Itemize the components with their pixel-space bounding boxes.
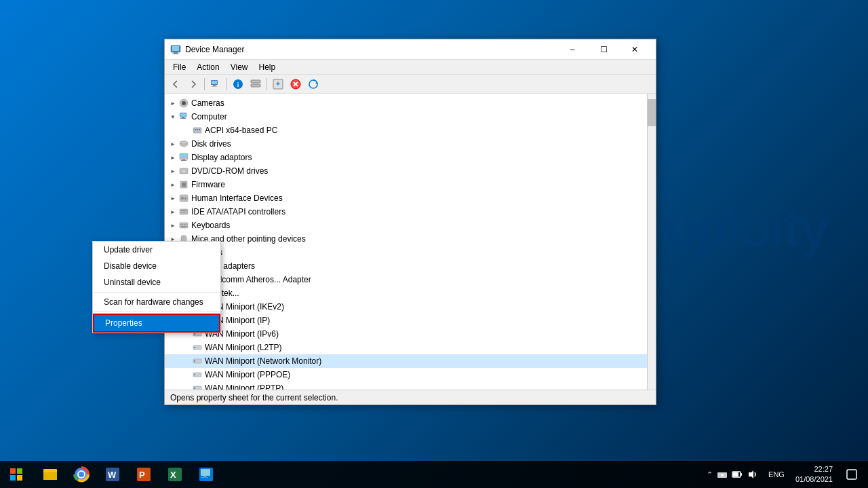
tree-item-wan7[interactable]: ► WAN Miniport (PPTP) <box>165 381 647 390</box>
keyboards-label: Keyboards <box>191 221 230 230</box>
window-title: Device Manager <box>185 45 557 54</box>
display-label: Display adaptors <box>191 153 252 162</box>
expand-ide[interactable]: ► <box>167 206 178 217</box>
tree-item-wan4[interactable]: ► WAN Miniport (L2TP) <box>165 341 647 354</box>
windows-logo <box>10 468 22 481</box>
expand-display[interactable]: ► <box>167 152 178 163</box>
tree-item-display[interactable]: ► Display adaptors <box>165 151 647 164</box>
svg-rect-10 <box>251 80 260 83</box>
expand-disk[interactable]: ► <box>167 138 178 149</box>
add-driver-button[interactable]: + <box>270 76 286 92</box>
tree-item-computer[interactable]: ▼ Computer <box>165 110 647 124</box>
content-area: ► Cameras ▼ Computer ► ACPI x <box>165 94 656 390</box>
tree-item-wan2[interactable]: ► WAN Miniport (IP) <box>165 314 647 327</box>
tree-item-wan1[interactable]: ► WAN Miniport (IKEv2) <box>165 300 647 314</box>
close-button[interactable]: ✕ <box>619 39 650 60</box>
svg-point-41 <box>181 197 184 200</box>
svg-rect-3 <box>172 54 179 54</box>
menu-file[interactable]: File <box>167 61 191 73</box>
network-tray-icon <box>717 469 728 480</box>
netcard-wan5-icon <box>192 356 203 367</box>
scrollbar[interactable] <box>648 94 656 390</box>
toolbar-separator-3 <box>267 78 267 90</box>
brand-text: uploity <box>664 197 827 259</box>
tree-item-keyboards[interactable]: ► Keyboards <box>165 219 647 232</box>
ctx-properties[interactable]: Properties <box>93 314 220 333</box>
expand-cameras[interactable]: ► <box>167 98 178 109</box>
disable-button[interactable] <box>288 76 304 92</box>
toolbar-separator-1 <box>204 78 205 90</box>
svg-point-72 <box>194 347 195 348</box>
tree-item-wan6[interactable]: ► WAN Miniport (PPPOE) <box>165 368 647 381</box>
taskbar-device-manager[interactable] <box>191 461 221 488</box>
menu-action[interactable]: Action <box>191 61 224 73</box>
scrollbar-thumb[interactable] <box>648 99 656 126</box>
svg-rect-42 <box>184 197 186 198</box>
device-tree[interactable]: ► Cameras ▼ Computer ► ACPI x <box>165 94 648 390</box>
svg-point-99 <box>79 472 84 477</box>
svg-rect-108 <box>203 476 206 477</box>
taskbar-icons: W P X <box>33 461 224 488</box>
ide-icon <box>178 206 189 217</box>
svg-rect-2 <box>174 52 178 54</box>
tree-item-acpi[interactable]: ► ACPI x64-based PC <box>165 124 647 137</box>
menu-help[interactable]: Help <box>254 61 281 73</box>
tree-item-realtek[interactable]: ► Realtek... <box>165 286 647 300</box>
tree-item-mice[interactable]: ► Mice and other pointing devices <box>165 232 647 246</box>
notification-center[interactable] <box>841 461 863 488</box>
ctx-uninstall-device[interactable]: Uninstall device <box>93 274 220 290</box>
menu-view[interactable]: View <box>225 61 254 73</box>
language-indicator[interactable]: ENG <box>766 470 787 478</box>
tree-item-hid[interactable]: ► Human Interface Devices <box>165 191 647 205</box>
tree-item-qualcomm[interactable]: ► Qualcomm Atheros... Adapter <box>165 273 647 286</box>
tree-item-dvd[interactable]: ► DVD/CD-ROM drives <box>165 164 647 178</box>
show-devices-button[interactable] <box>208 76 224 92</box>
dvd-label: DVD/CD-ROM drives <box>191 166 268 176</box>
tree-item-wan5[interactable]: ► WAN Miniport (Network Monitor) <box>165 354 647 368</box>
svg-rect-24 <box>180 118 186 119</box>
properties-button[interactable]: i <box>230 76 246 92</box>
svg-point-74 <box>194 360 195 362</box>
svg-rect-26 <box>195 129 196 130</box>
maximize-button[interactable]: ☐ <box>588 39 619 60</box>
wan4-label: WAN Miniport (L2TP) <box>205 343 282 352</box>
expand-firmware[interactable]: ► <box>167 179 178 190</box>
expand-hid[interactable]: ► <box>167 193 178 204</box>
netcard-wan4-icon <box>192 342 203 353</box>
svg-rect-50 <box>182 224 184 225</box>
tree-item-network[interactable]: ▼ Network adapters <box>165 259 647 273</box>
forward-button[interactable] <box>185 76 201 92</box>
view-type-button[interactable] <box>248 76 264 92</box>
scan-button[interactable] <box>305 76 321 92</box>
taskbar-powerpoint[interactable]: P <box>129 461 159 488</box>
tree-item-cameras[interactable]: ► Cameras <box>165 96 647 110</box>
ctx-scan-hardware[interactable]: Scan for hardware changes <box>93 294 220 310</box>
ctx-update-driver[interactable]: Update driver <box>93 242 220 258</box>
taskbar-chrome[interactable] <box>66 461 96 488</box>
tree-item-ide[interactable]: ► IDE ATA/ATAPI controllers <box>165 205 647 219</box>
taskbar-file-explorer[interactable] <box>35 461 65 488</box>
start-button[interactable] <box>0 461 33 488</box>
tree-item-disk[interactable]: ► Disk drives <box>165 137 647 151</box>
taskbar-excel[interactable]: X <box>160 461 190 488</box>
svg-rect-49 <box>180 224 182 225</box>
svg-rect-6 <box>213 85 216 86</box>
system-clock[interactable]: 22:27 01/08/2021 <box>790 464 838 485</box>
hid-icon <box>178 193 189 204</box>
tree-item-wan3[interactable]: ► WAN Miniport (IPv6) <box>165 327 647 341</box>
toolbar-separator-2 <box>226 78 227 90</box>
tree-item-firmware[interactable]: ► Firmware <box>165 178 647 191</box>
svg-rect-7 <box>212 86 217 86</box>
expand-computer[interactable]: ▼ <box>167 111 178 122</box>
expand-dvd[interactable]: ► <box>167 166 178 176</box>
clock-time: 22:27 <box>795 464 833 474</box>
taskbar-word[interactable]: W <box>98 461 127 488</box>
tree-item-monitors[interactable]: ► Monitors <box>165 246 647 259</box>
back-button[interactable] <box>167 76 184 92</box>
taskbar-right: ⌃ ENG 22:27 01/08/2021 <box>701 461 868 488</box>
tray-expand[interactable]: ⌃ <box>707 470 713 479</box>
expand-keyboards[interactable]: ► <box>167 220 178 231</box>
svg-marker-115 <box>749 470 753 478</box>
minimize-button[interactable]: – <box>557 39 588 60</box>
ctx-disable-device[interactable]: Disable device <box>93 258 220 274</box>
